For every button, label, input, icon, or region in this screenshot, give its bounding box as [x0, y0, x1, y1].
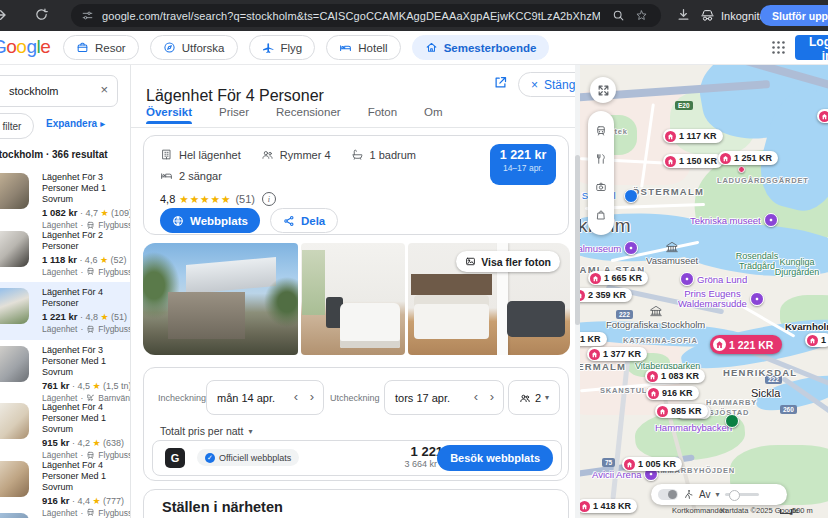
photo-bedroom-2[interactable]: Visa fler foton: [408, 243, 570, 355]
listing-result-3[interactable]: Lägenhet För 4 Personer1 221 kr · 4,8 ★ …: [0, 282, 130, 340]
reload-icon[interactable]: [34, 7, 49, 22]
chevron-right-icon: ▸: [100, 118, 105, 129]
listing-result-6[interactable]: Lägenhet För 4 Personer Med 1 Sovrum916 …: [0, 455, 130, 513]
checkin-next-icon[interactable]: ›: [305, 389, 319, 404]
nav-chip-hotell[interactable]: Hotell: [326, 35, 400, 60]
map-price-marker[interactable]: 1 251 KR: [718, 151, 778, 165]
map-price-marker[interactable]: 1: [805, 333, 828, 347]
checkin-prev-icon[interactable]: ‹: [289, 389, 303, 404]
photo-exterior[interactable]: [143, 243, 298, 355]
photo-art: [302, 250, 325, 315]
map-price-marker[interactable]: 1 377 KR: [587, 347, 647, 361]
nav-chip-semesterboende[interactable]: Semesterboende: [412, 35, 550, 60]
map-price-marker[interactable]: 1 KR: [580, 332, 607, 346]
checkout-next-icon[interactable]: ›: [485, 389, 499, 404]
keyboard-shortcuts-link[interactable]: Kortkommandon: [672, 506, 727, 515]
photo-bedroom-1[interactable]: [301, 243, 405, 355]
map-price-marker-selected[interactable]: 1 221 KR: [710, 335, 782, 354]
tab-priser[interactable]: Priser: [219, 106, 249, 124]
map-price-marker[interactable]: 2 359 KR: [580, 288, 632, 302]
toggle-knob: [668, 490, 677, 499]
forward-icon[interactable]: [0, 7, 8, 23]
map-price-marker[interactable]: 1 083 KR: [645, 369, 705, 383]
site-settings-icon[interactable]: [81, 9, 94, 22]
amenities-row-1: Hel lägenhetRymmer 41 badrum: [160, 148, 416, 161]
clear-search-icon[interactable]: ×: [100, 83, 108, 97]
nav-chip-resor[interactable]: Resor: [63, 35, 139, 60]
map-label-text: Hammarbybacken: [655, 422, 732, 433]
google-nav: Google ResorUtforskaFlygHotellSemesterbo…: [0, 31, 828, 65]
map-label-sickla: Sickla: [751, 387, 780, 399]
map-price-marker[interactable]: 985 KR: [655, 404, 708, 418]
expand-filters-button[interactable]: Expandera ▸: [46, 118, 105, 129]
map-canvas[interactable]: E2022222226075StockholmÖSTERMALMGAMLA ST…: [580, 65, 828, 518]
amenity-2-s-ngar: 2 sängar: [160, 169, 222, 182]
share-button[interactable]: Dela: [270, 208, 338, 233]
map-label-text: Kungliga Djurgården: [775, 257, 820, 277]
open-in-new-icon[interactable]: [493, 75, 508, 90]
map-price-marker[interactable]: 1 150 KR: [663, 154, 723, 168]
search-input[interactable]: [7, 84, 67, 98]
checkout-field[interactable]: tors 17 apr. ‹ ›: [384, 380, 504, 415]
listing-result-1[interactable]: Lägenhet För 3 Personer Med 1 Sovrum1 08…: [0, 167, 130, 225]
price-badge[interactable]: 1 221 kr 14–17 apr.: [490, 144, 556, 185]
tab-foton[interactable]: Foton: [368, 106, 397, 124]
tab-versikt[interactable]: Översikt: [146, 106, 192, 124]
shopping-layer-icon[interactable]: [595, 209, 607, 221]
tab-om[interactable]: Om: [424, 106, 443, 124]
login-button[interactable]: Logga in: [795, 35, 828, 60]
bookmark-star-icon[interactable]: [635, 9, 648, 22]
listing-result-2[interactable]: Lägenhet För 2 Personer1 118 kr · 4,6 ★ …: [0, 225, 130, 283]
map-price-marker[interactable]: 1 117 KR: [663, 129, 723, 143]
map-price-marker[interactable]: 1 005 KR: [622, 457, 682, 471]
map-label-text: ÖSTERMALM: [632, 186, 704, 197]
home-marker-icon: [624, 459, 635, 470]
photo-art: [168, 292, 246, 339]
layer-toggle[interactable]: [658, 489, 678, 500]
listing-result-5[interactable]: Lägenhet För 4 Personer Med 1 Sovrum915 …: [0, 397, 130, 455]
guests-selector[interactable]: 2 ▾: [508, 380, 560, 415]
map-poi-dot[interactable]: [725, 414, 739, 428]
marker-price: 1 150 KR: [679, 156, 717, 166]
more-photos-button[interactable]: Visa fler foton: [456, 251, 560, 272]
map-price-marker[interactable]: 1 665 KR: [588, 271, 648, 285]
map-slider[interactable]: [725, 493, 759, 496]
map-label-skanstull: SKANSTULL: [600, 386, 653, 395]
search-box[interactable]: ×: [0, 75, 118, 107]
finish-update-button[interactable]: Slutför uppdateringen: [760, 5, 828, 26]
home-marker-icon: [807, 335, 818, 346]
google-logo[interactable]: Google: [0, 36, 50, 58]
checkin-field[interactable]: mån 14 apr. ‹ ›: [206, 380, 324, 415]
transit-layer-icon[interactable]: [595, 125, 607, 137]
map-price-marker[interactable]: 916 KR: [646, 386, 699, 400]
marker-price: 1 117 KR: [679, 131, 717, 141]
apps-grid-icon[interactable]: [770, 39, 787, 56]
all-filters-button[interactable]: Alla filter: [0, 113, 34, 139]
rating-reviews[interactable]: (51): [235, 193, 255, 205]
url-bar[interactable]: google.com/travel/search?q=stockholm&ts=…: [71, 4, 661, 27]
rating-score: 4,8: [160, 193, 175, 205]
info-icon[interactable]: i: [262, 192, 276, 206]
attractions-layer-icon[interactable]: [595, 181, 607, 193]
road-badge-260: 260: [780, 405, 797, 414]
download-icon[interactable]: [676, 7, 691, 22]
tab-recensioner[interactable]: Recensioner: [276, 106, 341, 124]
zoom-icon[interactable]: [612, 9, 625, 22]
map-poi-dot[interactable]: [624, 189, 638, 203]
map-poi-dot[interactable]: [738, 166, 745, 173]
checkout-prev-icon[interactable]: ‹: [469, 389, 483, 404]
listing-price: 916 kr: [42, 495, 69, 506]
nav-chip-flyg[interactable]: Flyg: [249, 35, 316, 60]
map-price-marker[interactable]: [817, 109, 828, 123]
listing-result-4[interactable]: Lägenhet För 3 Personer Med 1 Sovrum761 …: [0, 340, 130, 398]
fullscreen-button[interactable]: [590, 77, 616, 103]
slider-knob[interactable]: [729, 490, 740, 501]
website-button[interactable]: Webbplats: [160, 208, 260, 233]
home-marker-icon: [648, 388, 659, 399]
chevron-down-icon[interactable]: ▾: [716, 490, 720, 499]
restaurants-layer-icon[interactable]: [595, 153, 607, 165]
visit-website-button[interactable]: Besök webbplats: [437, 445, 553, 471]
map-label-fotografiska-stockholm: Fotografiska Stockholm: [606, 304, 705, 330]
nav-chip-utforska[interactable]: Utforska: [150, 35, 238, 60]
price-filter-dropdown[interactable]: Totalt pris per natt ▾: [160, 425, 252, 437]
